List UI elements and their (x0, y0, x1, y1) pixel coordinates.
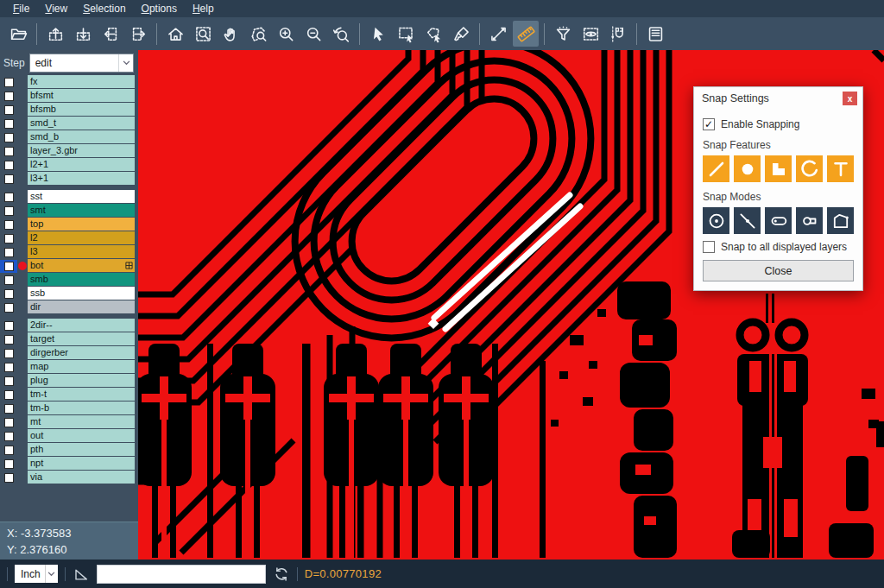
layer-name[interactable]: mt (28, 415, 135, 428)
layer-name[interactable]: out (28, 429, 135, 442)
layer-name[interactable]: npt (28, 457, 135, 470)
layer-visibility-checkbox[interactable] (0, 430, 17, 443)
layer-row-target[interactable]: target (0, 332, 138, 346)
layer-visibility-checkbox[interactable] (0, 333, 17, 346)
layer-row-sst[interactable]: sst (0, 190, 138, 204)
snap-all-layers-checkbox[interactable] (703, 241, 715, 253)
layer-name[interactable]: bfsmb (28, 103, 135, 116)
layer-name[interactable]: l3 (28, 245, 135, 258)
snap-magnet-button[interactable] (605, 21, 631, 47)
layer-visibility-checkbox[interactable] (0, 274, 17, 287)
layer-name[interactable]: layer_3.gbr (28, 144, 135, 157)
menu-view[interactable]: View (37, 1, 75, 16)
layer-row-npt[interactable]: npt (0, 457, 138, 471)
layer-row-map[interactable]: map (0, 360, 138, 374)
snap-all-layers-row[interactable]: Snap to all displayed layers (703, 241, 854, 253)
step-select[interactable]: edit (29, 54, 134, 73)
zoom-window-button[interactable] (190, 21, 216, 47)
layer-name[interactable]: smd_b (28, 130, 135, 143)
layer-row-plug[interactable]: plug (0, 374, 138, 388)
pan-hand-button[interactable] (218, 21, 243, 47)
layer-visibility-checkbox[interactable] (0, 191, 17, 204)
layer-visibility-checkbox[interactable] (0, 131, 17, 144)
feat-surface-button[interactable] (765, 155, 792, 182)
layer-visibility-checkbox[interactable] (0, 375, 17, 388)
mode-center-button[interactable] (703, 207, 729, 234)
layer-name[interactable]: 2dir-- (28, 319, 135, 332)
layer-row-pth[interactable]: pth (0, 443, 138, 457)
mode-slot-button[interactable] (796, 207, 823, 234)
layer-row-smt[interactable]: smt (0, 204, 138, 218)
layer-name[interactable]: tm-t (28, 388, 135, 401)
refresh-icon[interactable] (273, 566, 290, 583)
filter-button[interactable] (550, 21, 576, 47)
layer-visibility-checkbox[interactable] (0, 104, 17, 117)
close-button[interactable]: Close (703, 260, 854, 281)
layer-name[interactable]: target (28, 332, 135, 345)
layer-visibility-checkbox[interactable] (0, 471, 17, 484)
layer-row-smd_b[interactable]: smd_b (0, 130, 138, 144)
layer-name[interactable]: bfsmt (28, 89, 135, 102)
layer-visibility-checkbox[interactable] (0, 260, 17, 273)
mode-corner-button[interactable] (827, 207, 854, 234)
layer-visibility-checkbox[interactable] (0, 117, 17, 130)
layer-visibility-checkbox[interactable] (0, 389, 17, 401)
layer-row-smd_t[interactable]: smd_t (0, 117, 138, 130)
layer-row-fx[interactable]: fx (0, 75, 138, 89)
layer-visibility-checkbox[interactable] (0, 76, 17, 89)
layer-visibility-checkbox[interactable] (0, 173, 17, 186)
dialog-close-button[interactable]: x (843, 92, 857, 105)
layer-row-dirgerber[interactable]: dirgerber (0, 346, 138, 360)
layer-visibility-checkbox[interactable] (0, 301, 17, 314)
layer-row-ssb[interactable]: ssb (0, 287, 138, 300)
layer-visibility-checkbox[interactable] (0, 246, 17, 259)
layer-visibility-checkbox[interactable] (0, 218, 17, 231)
select-pointer-button[interactable] (365, 21, 391, 47)
unit-select[interactable]: Inch (15, 565, 58, 583)
zoom-previous-button[interactable] (328, 21, 354, 47)
pcb-canvas[interactable]: Snap Settings x ✓ Enable Snapping Snap F… (138, 50, 884, 560)
layer-visibility-checkbox[interactable] (0, 361, 17, 374)
layer-row-via[interactable]: via (0, 471, 138, 484)
layer-name[interactable]: map (28, 360, 135, 373)
layer-name[interactable]: dirgerber (28, 346, 135, 359)
layer-name[interactable]: plug (28, 374, 135, 387)
load-top-button[interactable] (42, 21, 68, 47)
layer-visibility-checkbox[interactable] (0, 232, 17, 245)
select-polygon-button[interactable] (420, 21, 446, 47)
layer-row-l3+1[interactable]: l3+1 (0, 172, 138, 186)
layer-name[interactable]: l2 (28, 231, 135, 244)
layer-row-top[interactable]: top (0, 218, 138, 231)
layer-name[interactable]: ssb (28, 287, 135, 300)
menu-selection[interactable]: Selection (75, 1, 133, 16)
layer-name[interactable]: tm-b (28, 401, 135, 414)
report-button[interactable] (642, 21, 668, 47)
feat-line-button[interactable] (703, 155, 729, 182)
layer-visibility-checkbox[interactable] (0, 458, 17, 471)
layer-name[interactable]: sst (28, 190, 135, 203)
layer-name[interactable]: pth (28, 443, 135, 456)
layer-row-l2+1[interactable]: l2+1 (0, 158, 138, 172)
angle-measure-icon[interactable] (73, 566, 90, 583)
menu-options[interactable]: Options (134, 1, 185, 16)
feat-arc-button[interactable] (796, 155, 823, 182)
layer-visibility-checkbox[interactable] (0, 444, 17, 457)
layer-name[interactable]: l2+1 (28, 158, 135, 171)
measure-line-button[interactable] (485, 21, 511, 47)
layer-name[interactable]: smt (28, 204, 135, 217)
layer-row-bfsmt[interactable]: bfsmt (0, 89, 138, 103)
load-bottom-button[interactable] (70, 21, 96, 47)
layer-name[interactable]: fx (28, 75, 135, 88)
mode-slot-point-button[interactable] (765, 207, 792, 234)
layer-visibility-checkbox[interactable] (0, 90, 17, 103)
layer-visibility-checkbox[interactable] (0, 159, 17, 172)
layer-row-l3[interactable]: l3 (0, 245, 138, 259)
layer-visibility-checkbox[interactable] (0, 205, 17, 218)
layer-row-bfsmb[interactable]: bfsmb (0, 103, 138, 117)
layer-name[interactable]: dir (28, 300, 135, 313)
layer-visibility-checkbox[interactable] (0, 145, 17, 158)
view-window-button[interactable] (578, 21, 603, 47)
layer-visibility-checkbox[interactable] (0, 347, 17, 360)
dialog-title-bar[interactable]: Snap Settings x (694, 87, 862, 110)
menu-file[interactable]: File (5, 1, 37, 16)
